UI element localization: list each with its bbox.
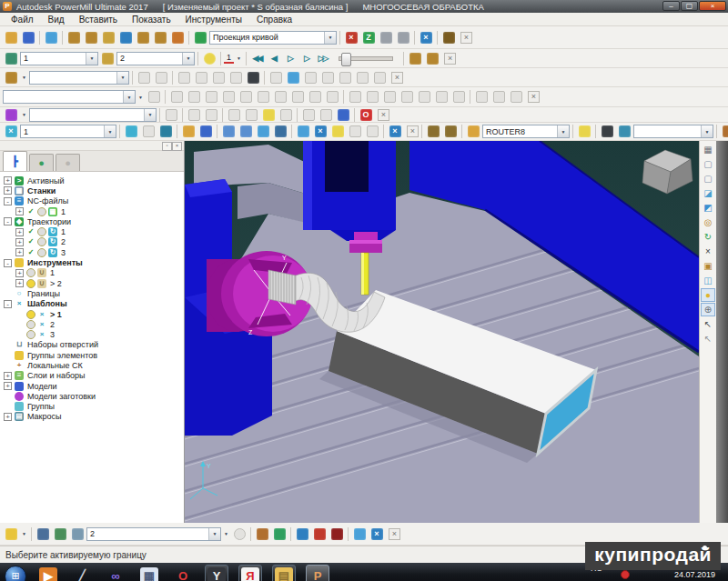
cut2-icon[interactable]: ×	[387, 125, 403, 139]
open-boundary-icon[interactable]	[180, 125, 197, 139]
tree-expander[interactable]: +	[15, 238, 24, 246]
workplane-icon[interactable]	[152, 30, 168, 45]
feed-rate-icon[interactable]	[83, 30, 99, 45]
tree-item[interactable]: +Локальные СК	[0, 360, 184, 370]
tree-item[interactable]: Группы элементов	[0, 350, 184, 360]
menu-item[interactable]: Инструменты	[178, 15, 249, 25]
3d-viewport[interactable]: Y Z	[185, 141, 699, 523]
pattern-icon[interactable]	[135, 30, 151, 45]
block-icon[interactable]	[66, 30, 82, 45]
tree-expander[interactable]: +	[4, 382, 12, 390]
combo-dropdown-arrow[interactable]: ▼	[557, 125, 569, 137]
workplane-dropdown[interactable]: ▼	[136, 95, 145, 100]
shaded-view-icon[interactable]: ◩	[701, 201, 715, 215]
menu-item[interactable]: Показать	[125, 15, 178, 25]
block-view-icon[interactable]: ◫	[701, 274, 715, 287]
combo-dropdown-arrow[interactable]: ▼	[116, 72, 128, 84]
exchange-icon[interactable]: ×	[418, 30, 434, 45]
toolpath-icon[interactable]	[117, 30, 134, 45]
offset-icon[interactable]	[285, 70, 301, 85]
measure-icon[interactable]	[395, 30, 411, 45]
combo-dropdown-arrow[interactable]: ▼	[182, 53, 194, 65]
menu-item[interactable]: Файл	[4, 15, 41, 25]
toolbar-close-button[interactable]: ×	[528, 91, 540, 103]
machine-view-icon[interactable]: ▦	[701, 143, 715, 156]
tree-expander[interactable]: +	[4, 372, 12, 380]
panel-close-button[interactable]: ×	[172, 142, 182, 151]
boundary-x-icon[interactable]: ×	[312, 125, 329, 139]
sim-to-end-button[interactable]: ▷▷	[315, 54, 330, 63]
tree-expander[interactable]: -	[4, 259, 12, 267]
tree-item[interactable]: +▤Макросы	[0, 412, 184, 422]
combo-dropdown-arrow[interactable]: ▼	[324, 32, 336, 44]
tree-item[interactable]: ×2	[0, 319, 184, 329]
boundary-type-dropdown[interactable]: ▼	[20, 531, 28, 536]
tree-item[interactable]: -×Шаблоны	[0, 299, 184, 309]
fit-icon[interactable]	[295, 125, 311, 139]
start-button[interactable]: ⊞	[5, 566, 26, 581]
sim-to-start-button[interactable]: ◀◀	[249, 54, 265, 63]
machine-combo[interactable]: ROUTER8▼	[482, 125, 570, 138]
tree-item[interactable]: +✓↻3	[0, 247, 184, 257]
yandex-search-icon[interactable]: Я	[238, 565, 262, 581]
wireframe-view-icon[interactable]: ▢	[701, 157, 715, 171]
tree-item[interactable]: -≡NC-файлы	[0, 196, 184, 206]
tree-item[interactable]: +▦Станки	[0, 185, 184, 195]
strategy-combo[interactable]: Проекция кривой▼	[209, 31, 337, 45]
boundary-select-combo[interactable]: 2▼	[86, 527, 221, 541]
boundary-create-icon[interactable]	[123, 125, 139, 139]
tree-item[interactable]: Модели заготовки	[0, 391, 184, 401]
tray-notification-icon[interactable]	[621, 570, 630, 579]
tree-item[interactable]: -◆Траектории	[0, 216, 184, 226]
refresh-view-icon[interactable]: ↻	[701, 230, 715, 244]
remove-point-icon[interactable]	[329, 526, 345, 541]
import-model-icon[interactable]	[43, 30, 59, 45]
tree-item[interactable]: +✓▦1	[0, 206, 184, 216]
clear-view-icon[interactable]: ×	[701, 245, 715, 258]
curve-tool-icon-4[interactable]	[272, 125, 288, 139]
shade-mode-icon-3[interactable]	[69, 526, 86, 541]
nc-program-icon[interactable]	[192, 30, 208, 45]
combo-dropdown-arrow[interactable]: ▼	[104, 125, 116, 137]
tree-expander[interactable]: +	[15, 269, 24, 277]
tree-item[interactable]: +Модели	[0, 381, 184, 391]
sim-speed-slider[interactable]	[339, 56, 393, 61]
insert-point-icon[interactable]	[311, 526, 328, 541]
tree-expander[interactable]: +	[4, 176, 12, 185]
tree-item[interactable]: -Инструменты	[0, 257, 184, 267]
curve-tool-icon-3[interactable]	[255, 125, 271, 139]
combo-dropdown-arrow[interactable]: ▼	[86, 53, 97, 65]
tree-expander[interactable]: +	[15, 248, 24, 256]
mount-point-icon[interactable]	[616, 125, 632, 139]
machine-position-icon[interactable]	[599, 125, 615, 139]
open-project-icon[interactable]	[3, 30, 19, 45]
panel-grip[interactable]: ▫ ×	[0, 141, 184, 151]
position-combo[interactable]: ▼	[633, 125, 713, 138]
eraser-icon[interactable]	[329, 125, 346, 139]
workplane-list-combo[interactable]: ▼	[29, 108, 157, 122]
tree-item[interactable]: ○Границы	[0, 288, 184, 298]
tree-item[interactable]: +>Активный	[0, 175, 184, 185]
powermill-taskbar-icon[interactable]: P	[306, 565, 329, 581]
active-workplane-dropdown[interactable]: ▼	[20, 112, 28, 117]
slider-thumb[interactable]	[341, 53, 351, 66]
curve-tool-icon-1[interactable]	[220, 125, 237, 139]
tree-item[interactable]: +∪> 2	[0, 278, 184, 288]
lamp-icon[interactable]	[576, 125, 592, 139]
zoom-view-icon[interactable]: ◎	[701, 215, 715, 229]
power-off-icon[interactable]: O	[358, 109, 374, 121]
shade-mode-icon-2[interactable]	[52, 526, 68, 541]
panel-float-button[interactable]: ▫	[162, 142, 172, 151]
shade-ball-icon[interactable]: ●	[701, 288, 715, 302]
pen-tool-icon[interactable]: ╱	[70, 565, 94, 581]
stock-model-icon[interactable]	[260, 109, 277, 121]
sim-toolpath-icon[interactable]	[3, 51, 19, 65]
draw-edit-icon[interactable]	[271, 526, 288, 541]
transform-point-icon[interactable]	[294, 526, 310, 541]
explorer-icon[interactable]: ▤	[272, 565, 296, 581]
save-boundary-icon[interactable]	[197, 125, 214, 139]
cut-curve-icon[interactable]: ×	[369, 526, 385, 541]
sim-toolpath-combo[interactable]: 1▼	[20, 52, 98, 65]
boundary-edit-icon[interactable]	[157, 125, 174, 139]
toolbar-close-button[interactable]: ×	[407, 125, 419, 137]
